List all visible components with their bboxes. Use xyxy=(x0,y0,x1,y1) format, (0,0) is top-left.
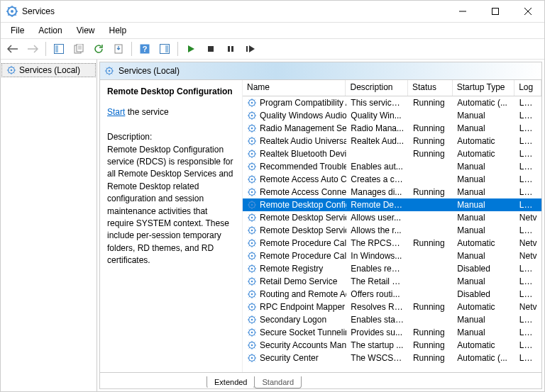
service-name: Retail Demo Service xyxy=(260,276,337,286)
content-header-label: Services (Local) xyxy=(119,66,180,76)
properties-button[interactable] xyxy=(70,40,88,58)
service-logon: Netv xyxy=(515,251,541,261)
help-button[interactable]: ? xyxy=(136,40,154,58)
show-hide-action-pane-button[interactable] xyxy=(155,40,174,58)
service-row[interactable]: Radio Management ServiceRadio Mana...Run… xyxy=(243,122,541,135)
service-row[interactable]: Realtek Bluetooth Device M...RunningAuto… xyxy=(243,147,541,160)
service-description: Enables aut... xyxy=(346,162,409,172)
service-name-cell: Recommended Troublesho... xyxy=(243,162,346,172)
service-name-cell: RPC Endpoint Mapper xyxy=(243,302,346,312)
service-description: This service ... xyxy=(346,98,409,108)
service-name: Remote Access Auto Conne... xyxy=(260,174,346,184)
menu-action[interactable]: Action xyxy=(31,24,69,37)
gear-icon xyxy=(247,340,257,350)
service-row[interactable]: Security CenterThe WSCSV...RunningAutoma… xyxy=(243,352,541,364)
start-service-button[interactable] xyxy=(182,40,200,58)
service-row[interactable]: RPC Endpoint MapperResolves RP...Running… xyxy=(243,301,541,313)
service-row[interactable]: Remote Access Auto Conne...Creates a co.… xyxy=(243,173,541,186)
menubar: File Action View Help xyxy=(1,23,544,38)
service-startup: Automatic xyxy=(453,136,515,146)
service-name: Realtek Audio Universal Ser... xyxy=(260,136,346,146)
col-logon[interactable]: Log xyxy=(514,80,541,96)
svg-rect-14 xyxy=(231,46,233,52)
service-description: The WSCSV... xyxy=(346,353,409,363)
service-name-cell: Remote Procedure Call (RPC) xyxy=(243,238,346,248)
service-startup: Manual xyxy=(453,123,515,133)
pause-service-button[interactable] xyxy=(221,40,240,58)
service-name: Remote Procedure Call (RP... xyxy=(260,251,346,261)
svg-point-51 xyxy=(251,293,253,296)
service-row[interactable]: Remote Desktop Services U...Allows the r… xyxy=(243,224,541,237)
refresh-button[interactable] xyxy=(89,40,108,58)
service-status: Running xyxy=(409,149,453,159)
svg-point-21 xyxy=(251,102,253,104)
start-link[interactable]: Start xyxy=(107,107,125,117)
service-row[interactable]: Program Compatibility Assi...This servic… xyxy=(243,96,541,109)
service-row[interactable]: Remote Procedure Call (RPC)The RPCSS s..… xyxy=(243,237,541,250)
service-description: Quality Win... xyxy=(346,111,409,121)
col-name[interactable]: Name xyxy=(243,80,346,96)
menu-file[interactable]: File xyxy=(4,24,31,37)
service-logon: Loca xyxy=(515,136,541,146)
service-status: Running xyxy=(409,340,453,350)
main-body: Services (Local) Services (Local) Remote… xyxy=(1,60,544,391)
service-row[interactable]: Retail Demo ServiceThe Retail D...Manual… xyxy=(243,275,541,288)
service-name-cell: Remote Access Auto Conne... xyxy=(243,174,346,184)
list-body[interactable]: Program Compatibility Assi...This servic… xyxy=(243,96,541,372)
show-hide-tree-button[interactable] xyxy=(50,40,68,58)
service-logon: Loca xyxy=(515,353,541,363)
service-row[interactable]: Routing and Remote AccessOffers routi...… xyxy=(243,288,541,301)
menu-view[interactable]: View xyxy=(70,24,102,37)
service-startup: Manual xyxy=(453,315,515,325)
service-logon: Netv xyxy=(515,302,541,312)
restart-service-button[interactable] xyxy=(241,40,260,58)
service-name-cell: Secondary Logon xyxy=(243,315,346,325)
svg-point-17 xyxy=(11,69,13,72)
service-name-cell: Remote Desktop Configurat... xyxy=(243,200,346,210)
service-row[interactable]: Secondary LogonEnables star...ManualLoca xyxy=(243,313,541,326)
col-status[interactable]: Status xyxy=(408,80,453,96)
tab-standard[interactable]: Standard xyxy=(254,376,302,388)
col-description[interactable]: Description xyxy=(346,80,408,96)
menu-help[interactable]: Help xyxy=(102,24,134,37)
service-row[interactable]: Remote Desktop Configurat...Remote Des..… xyxy=(243,198,541,211)
service-name: Recommended Troublesho... xyxy=(260,162,346,172)
gear-icon xyxy=(247,187,257,197)
service-name-cell: Realtek Audio Universal Ser... xyxy=(243,136,346,146)
description-text: Remote Desktop Configuration service (RD… xyxy=(107,144,235,267)
service-name-cell: Program Compatibility Assi... xyxy=(243,98,346,108)
service-row[interactable]: Remote Procedure Call (RP...In Windows..… xyxy=(243,250,541,262)
service-logon: Loca xyxy=(515,276,541,286)
content-pane: Services (Local) Remote Desktop Configur… xyxy=(99,62,542,389)
service-startup: Automatic xyxy=(453,149,515,159)
toolbar: ? xyxy=(1,38,544,60)
service-name: Remote Desktop Services U... xyxy=(260,225,346,235)
maximize-button[interactable] xyxy=(479,1,512,22)
stop-service-button[interactable] xyxy=(202,40,220,58)
service-description: In Windows... xyxy=(346,251,409,261)
service-row[interactable]: Remote Desktop ServicesAllows user...Man… xyxy=(243,211,541,224)
col-startup[interactable]: Startup Type xyxy=(453,80,515,96)
separator xyxy=(177,42,178,56)
nav-services-local[interactable]: Services (Local) xyxy=(1,63,96,77)
export-button[interactable] xyxy=(109,40,128,58)
service-row[interactable]: Recommended Troublesho...Enables aut...M… xyxy=(243,160,541,173)
gear-icon xyxy=(6,65,16,75)
service-row[interactable]: Quality Windows Audio Vid...Quality Win.… xyxy=(243,109,541,122)
close-button[interactable] xyxy=(512,1,544,22)
minimize-button[interactable] xyxy=(446,1,479,22)
service-row[interactable]: Realtek Audio Universal Ser...Realtek Au… xyxy=(243,135,541,147)
gear-icon xyxy=(247,174,257,184)
service-logon: Loca xyxy=(515,340,541,350)
forward-button[interactable] xyxy=(23,40,42,58)
svg-rect-12 xyxy=(208,46,214,52)
service-logon: Loca xyxy=(515,225,541,235)
gear-icon xyxy=(247,136,257,146)
gear-icon xyxy=(247,264,257,274)
service-row[interactable]: Secure Socket Tunneling Pr...Provides su… xyxy=(243,326,541,339)
tab-extended[interactable]: Extended xyxy=(207,376,255,388)
service-row[interactable]: Remote Access Connection...Manages di...… xyxy=(243,186,541,198)
service-row[interactable]: Security Accounts ManagerThe startup ...… xyxy=(243,339,541,352)
back-button[interactable] xyxy=(4,40,22,58)
service-row[interactable]: Remote RegistryEnables rem...DisabledLoc… xyxy=(243,262,541,275)
